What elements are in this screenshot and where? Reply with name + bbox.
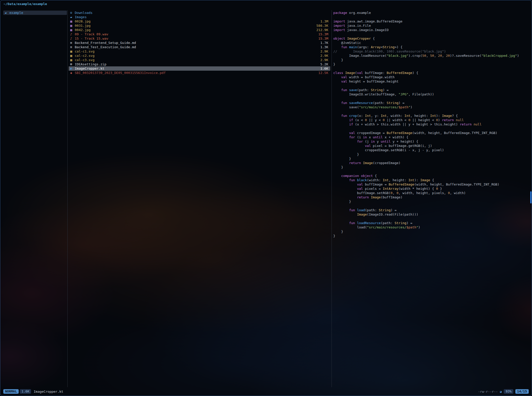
file-size: 15.3M (318, 36, 328, 41)
file-size: 1.6K (320, 66, 328, 71)
file-size: 2.9K (320, 54, 328, 58)
status-filename: ImageCropper.kt (34, 390, 63, 393)
file-row[interactable]: ▰Images (69, 15, 330, 19)
code-line: val pixel = buffImage.getRGB(i, j) (333, 144, 529, 148)
code-line: load("src/main/resources/$path") (333, 225, 529, 229)
code-line: val pixels = IntArray(width * height) { … (333, 187, 529, 191)
file-name: cal-c2.svg (75, 54, 94, 58)
file-row[interactable]: ♪09 - Track 09.wav15.3M (69, 32, 330, 36)
file-row[interactable]: ⊞IDEAsettings.zip5.2K (69, 62, 330, 66)
code-line (333, 109, 529, 114)
code-line: croppedImage.setRGB(i - x, j - y, pixel) (333, 148, 529, 152)
file-row[interactable]: ◆SBI_0032013739_2023_DE05_0003155631Invo… (69, 71, 330, 75)
code-line: val buffImage = BufferedImage(width, hei… (333, 182, 529, 187)
code-preview: package org.example import java.awt.imag… (333, 11, 529, 238)
file-name: Backend_Test_Execution_Guide.md (75, 45, 136, 49)
code-line: save("src/main/resources/$path") (333, 105, 529, 109)
code-line: fun loadResource(path: String) = (333, 221, 529, 225)
scroll-percent-badge: 93% (504, 389, 513, 394)
pdf-icon: ◆ (70, 71, 75, 75)
file-row[interactable]: ♪15 - Track 15.wav15.3M (69, 36, 330, 41)
code-line: } (333, 199, 529, 204)
file-row[interactable]: ▦0031.jpg586.3K (69, 23, 330, 28)
file-name: cal-c1.svg (75, 49, 94, 53)
code-line: val croppedImage = BufferedImage(width, … (333, 131, 529, 135)
image-icon: ▦ (70, 23, 75, 28)
file-row[interactable]: ◩ImageCropper.kt1.6K (69, 66, 330, 71)
file-row[interactable]: ⊙Downloads (69, 11, 330, 15)
code-line: val height = buffImage.height (333, 79, 529, 84)
code-line: import java.io.File (333, 23, 529, 28)
code-line (333, 96, 529, 101)
code-line: class Image(val buffImage: BufferedImage… (333, 71, 529, 75)
file-size: 15.3M (318, 32, 328, 36)
file-name: 09 - Track 09.wav (75, 32, 108, 36)
file-name: ImageCropper.kt (75, 67, 104, 70)
image-icon: ▦ (70, 54, 75, 58)
code-line: for (j in y until y + height) { (333, 139, 529, 144)
image-icon: ▦ (70, 19, 75, 23)
preview-panel[interactable]: package org.example import java.awt.imag… (333, 11, 529, 387)
cwd-path: ~/Data/example/example (4, 2, 47, 6)
code-line (333, 126, 529, 131)
archive-icon: ⊞ (70, 62, 75, 66)
file-name: 0042.jpg (75, 28, 91, 32)
code-line: return Image(buffImage) (333, 195, 529, 199)
parent-panel: ▰example (3, 11, 67, 15)
file-row[interactable]: ≡Backend_Test_Execution_Guide.md1.3K (69, 45, 330, 49)
code-line: return Image(croppedImage) (333, 161, 529, 165)
code-line: Image(ImageIO.read(File(path))) (333, 212, 529, 217)
file-size: 2.9K (320, 49, 328, 54)
audio-icon: ♪ (70, 36, 75, 41)
file-size: 12.5K (318, 71, 328, 75)
file-size: 212.9K (316, 28, 328, 32)
code-line: import java.awt.image.BufferedImage (333, 19, 529, 23)
file-size: 1.3K (320, 45, 328, 49)
file-size: 2.9K (320, 58, 328, 62)
file-name: IDEAsettings.zip (75, 62, 106, 66)
folder-icon: ▰ (5, 11, 9, 15)
mode-badge: NORMAL (3, 389, 19, 394)
image-icon: ▦ (70, 58, 75, 62)
file-row[interactable]: ≡Backend_Frontend_Setup_Guide.md1.7K (69, 41, 330, 45)
code-line: // Image.black(100, 100).saveResource("b… (333, 49, 529, 54)
folder-icon: ▰ (70, 15, 75, 19)
code-line: } (333, 229, 529, 234)
parent-item-example[interactable]: ▰example (3, 11, 67, 15)
code-line: ImageIO.write(buffImage, "JPG", File(pat… (333, 92, 529, 96)
file-size-badge: 1.6K (20, 389, 31, 394)
markdown-icon: ≡ (70, 45, 75, 49)
file-row[interactable]: ▦cal-c3.svg2.9K (69, 58, 330, 62)
code-line: fun load(path: String) = (333, 208, 529, 212)
file-row[interactable]: ▦0042.jpg212.9K (69, 28, 330, 32)
progress-circle-icon: ◕ (500, 390, 502, 393)
image-icon: ▦ (70, 28, 75, 32)
file-name: Downloads (75, 11, 92, 15)
file-name: 0028.jpg (75, 19, 91, 23)
code-line: Image.loadResource("black.jpg").crop(50,… (333, 54, 529, 58)
scrollbar-thumb[interactable] (530, 191, 531, 203)
code-line: fun main(args: Array<String>) { (333, 45, 529, 49)
code-line (333, 84, 529, 88)
file-name: Images (75, 15, 87, 19)
code-line: if (x + width > this.width || y + height… (333, 122, 529, 126)
code-line: } (333, 156, 529, 161)
file-name: SBI_0032013739_2023_DE05_0003155631Invoi… (75, 71, 166, 75)
file-row[interactable]: ▦cal-c1.svg2.9K (69, 49, 330, 54)
code-line: val width = buffImage.width (333, 75, 529, 79)
code-line: fun crop(x: Int, y: Int, width: Int, hei… (333, 114, 529, 118)
file-size: 586.3K (316, 23, 328, 28)
code-line: fun black(width: Int, height: Int): Imag… (333, 178, 529, 182)
code-line: buffImage.setRGB(0, 0, width, height, pi… (333, 191, 529, 195)
file-row[interactable]: ▦0028.jpg1.3M (69, 19, 330, 23)
file-row[interactable]: ▦cal-c2.svg2.9K (69, 54, 330, 58)
kotlin-icon: ◩ (70, 66, 75, 71)
status-bar-right: -rw-r--r-- ◕ 93% 14/15 (478, 389, 529, 394)
code-line: } (333, 58, 529, 62)
code-line (333, 204, 529, 208)
file-name: Backend_Frontend_Setup_Guide.md (75, 41, 136, 45)
panel-divider-left (67, 10, 68, 387)
code-line: } (333, 152, 529, 156)
code-line: } (333, 62, 529, 66)
code-line: fun save(path: String) = (333, 88, 529, 92)
